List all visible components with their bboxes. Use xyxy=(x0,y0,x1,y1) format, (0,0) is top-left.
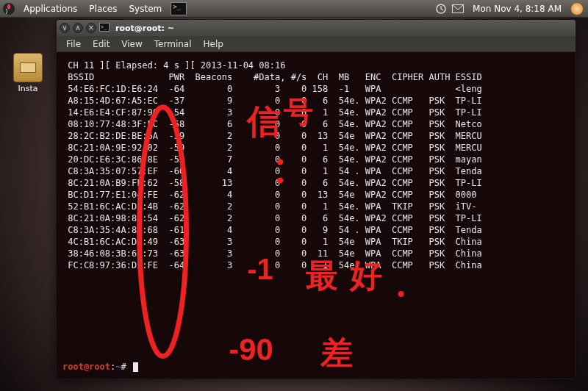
gnome-panel: Applications Places System >_ Mon Nov 4,… xyxy=(0,0,588,18)
terminal-launcher-icon[interactable]: >_ xyxy=(171,2,187,15)
terminal-body[interactable]: CH 11 ][ Elapsed: 4 s ][ 2013-11-04 08:1… xyxy=(57,52,576,379)
menu-terminal[interactable]: Terminal xyxy=(149,37,197,51)
panel-menu-applications[interactable]: Applications xyxy=(18,4,83,14)
window-menu-button[interactable]: ∨ xyxy=(60,23,70,33)
desktop-icon-installer[interactable]: Insta xyxy=(6,53,50,93)
terminal-menubar: File Edit View Terminal Help xyxy=(57,36,576,52)
panel-menu-places[interactable]: Places xyxy=(83,4,123,14)
package-icon xyxy=(13,53,43,82)
window-close-button[interactable]: × xyxy=(86,23,96,33)
window-title: root@root: ~ xyxy=(115,24,174,33)
cursor-block xyxy=(133,362,138,372)
window-minimize-button[interactable]: ∧ xyxy=(73,23,83,33)
terminal-app-icon: >_ xyxy=(99,23,110,34)
menu-view[interactable]: View xyxy=(116,37,147,51)
prompt-user: root@root xyxy=(62,362,110,372)
prompt-symbol: # xyxy=(121,362,126,372)
airodump-header: BSSID PWR Beacons #Data, #/s CH MB ENC C… xyxy=(62,71,570,83)
user-menu-icon[interactable] xyxy=(570,2,584,15)
mail-icon[interactable] xyxy=(452,4,464,13)
menu-edit[interactable]: Edit xyxy=(87,37,115,51)
airodump-status-line: CH 11 ][ Elapsed: 4 s ][ 2013-11-04 08:1… xyxy=(62,60,570,71)
svg-point-11 xyxy=(398,291,404,297)
menu-file[interactable]: File xyxy=(61,37,86,51)
terminal-window: ∨ ∧ × >_ root@root: ~ File Edit View Ter… xyxy=(56,19,576,379)
svg-text:差: 差 xyxy=(320,334,353,370)
menu-help[interactable]: Help xyxy=(198,37,229,51)
updates-icon[interactable] xyxy=(436,4,446,14)
prompt-path: ~ xyxy=(115,362,121,372)
desktop-icon-label: Insta xyxy=(6,84,50,93)
svg-text:-90: -90 xyxy=(229,332,273,367)
shell-prompt: root@root:~# xyxy=(62,361,138,373)
airodump-rows: 54:E6:FC:1D:E6:24 -64 0 3 0 158 -1 WPA <… xyxy=(62,83,570,271)
panel-menu-system[interactable]: System xyxy=(123,4,168,14)
window-titlebar[interactable]: ∨ ∧ × >_ root@root: ~ xyxy=(57,20,576,36)
distro-icon[interactable] xyxy=(0,0,18,18)
panel-clock[interactable]: Mon Nov 4, 8:18 AM xyxy=(470,4,564,14)
svg-text:>_: >_ xyxy=(101,24,107,30)
